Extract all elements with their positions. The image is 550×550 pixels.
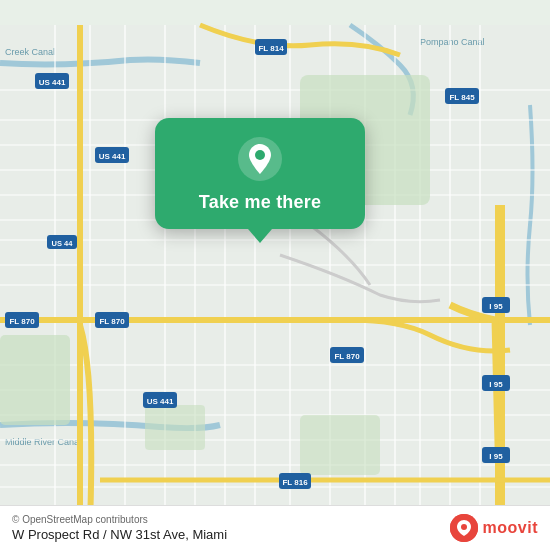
map-svg: Creek Canal Middle River Canal Pompano C… <box>0 0 550 550</box>
svg-rect-39 <box>0 335 70 425</box>
svg-text:I 95: I 95 <box>489 380 503 389</box>
svg-text:US 441: US 441 <box>99 152 126 161</box>
take-me-there-card[interactable]: Take me there <box>155 118 365 229</box>
moovit-logo: moovit <box>450 514 538 542</box>
svg-text:Pompano Canal: Pompano Canal <box>420 37 485 47</box>
moovit-brand-text: moovit <box>483 519 538 537</box>
svg-text:Creek Canal: Creek Canal <box>5 47 55 57</box>
svg-text:FL 870: FL 870 <box>9 317 35 326</box>
svg-point-69 <box>255 150 265 160</box>
svg-rect-40 <box>300 415 380 475</box>
location-label: W Prospect Rd / NW 31st Ave, Miami <box>12 527 227 542</box>
map-container: Creek Canal Middle River Canal Pompano C… <box>0 0 550 550</box>
svg-text:FL 845: FL 845 <box>449 93 475 102</box>
svg-rect-41 <box>145 405 205 450</box>
svg-point-71 <box>461 524 467 530</box>
svg-text:I 95: I 95 <box>489 452 503 461</box>
bottom-left-info: © OpenStreetMap contributors W Prospect … <box>12 514 227 542</box>
svg-text:US 44: US 44 <box>52 239 74 248</box>
location-pin-icon <box>237 136 283 182</box>
svg-text:FL 870: FL 870 <box>99 317 125 326</box>
take-me-there-label: Take me there <box>199 192 321 213</box>
svg-text:US 441: US 441 <box>147 397 174 406</box>
svg-text:FL 814: FL 814 <box>258 44 284 53</box>
svg-text:FL 816: FL 816 <box>282 478 308 487</box>
moovit-icon <box>450 514 478 542</box>
svg-text:I 95: I 95 <box>489 302 503 311</box>
osm-attribution: © OpenStreetMap contributors <box>12 514 227 525</box>
svg-text:FL 870: FL 870 <box>334 352 360 361</box>
svg-text:US 441: US 441 <box>39 78 66 87</box>
svg-text:Middle River Canal: Middle River Canal <box>5 437 81 447</box>
bottom-bar: © OpenStreetMap contributors W Prospect … <box>0 505 550 550</box>
